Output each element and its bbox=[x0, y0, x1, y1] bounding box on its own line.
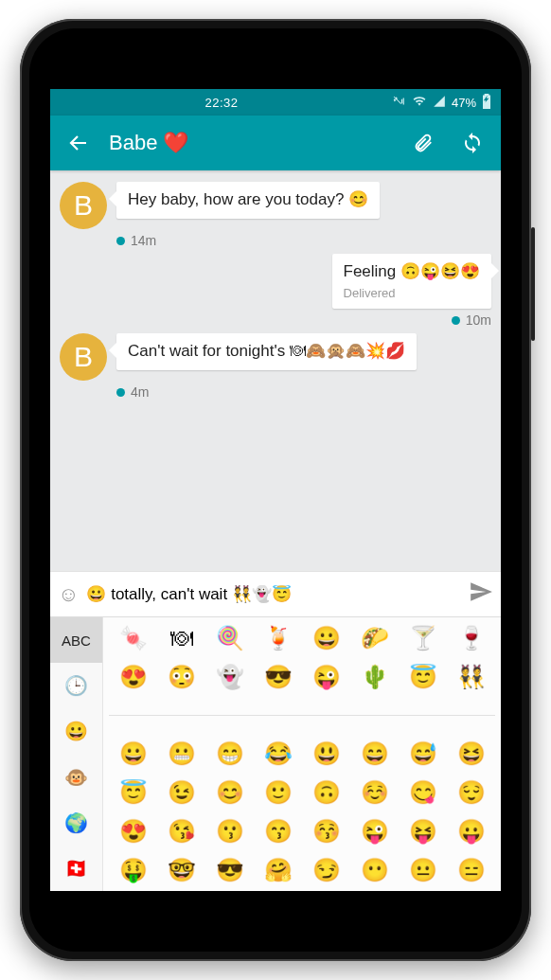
status-bar: 22:32 47% bbox=[50, 89, 501, 116]
emoji-key[interactable]: 😄 bbox=[350, 735, 399, 774]
emoji-key[interactable]: 😗 bbox=[205, 812, 254, 851]
keyboard-tab[interactable]: 😀 bbox=[50, 708, 103, 754]
screen: 22:32 47% bbox=[50, 89, 501, 891]
emoji-key[interactable]: 😝 bbox=[399, 812, 447, 851]
emoji-key[interactable]: 😳 bbox=[157, 658, 205, 697]
emoji-key[interactable]: 🍬 bbox=[109, 619, 157, 658]
status-dot-icon bbox=[116, 388, 125, 397]
emoji-key[interactable]: 😑 bbox=[447, 850, 495, 889]
emoji-key[interactable]: 👻 bbox=[205, 658, 254, 697]
avatar[interactable]: B bbox=[60, 333, 107, 381]
keyboard-tab[interactable]: ABC bbox=[50, 617, 103, 663]
keyboard-tab-label: ABC bbox=[62, 633, 91, 649]
emoji-key[interactable]: 😀 bbox=[302, 619, 350, 658]
message-age: 4m bbox=[131, 384, 149, 400]
battery-percent: 47% bbox=[452, 96, 476, 110]
compose-bar: ☺ bbox=[50, 571, 501, 616]
emoji-key[interactable]: 👯 bbox=[447, 658, 495, 697]
message-meta: 14m bbox=[116, 233, 491, 248]
message-text: Hey baby, how are you today? 😊 bbox=[128, 189, 368, 211]
emoji-key[interactable]: 😏 bbox=[302, 850, 350, 889]
emoji-key[interactable]: 🍽 bbox=[157, 619, 205, 658]
emoji-key[interactable]: 😚 bbox=[302, 812, 350, 851]
vibrate-icon bbox=[391, 95, 406, 111]
emoji-section-divider bbox=[109, 715, 495, 716]
emoji-key[interactable]: 😘 bbox=[157, 812, 205, 851]
emoji-key[interactable]: 🙂 bbox=[254, 774, 302, 812]
status-time: 22:32 bbox=[204, 96, 238, 110]
message-bubble[interactable]: Hey baby, how are you today? 😊 bbox=[116, 182, 380, 219]
emoji-key[interactable]: ☺️ bbox=[350, 774, 399, 812]
emoji-key[interactable]: 😉 bbox=[157, 774, 205, 812]
emoji-key[interactable]: 😍 bbox=[109, 658, 157, 697]
emoji-key[interactable]: 🍸 bbox=[399, 619, 447, 658]
compose-input[interactable] bbox=[86, 585, 461, 604]
keyboard-tab[interactable]: 🐵 bbox=[50, 755, 103, 800]
emoji-key[interactable]: 😙 bbox=[254, 812, 302, 851]
message-text: Can't wait for tonight's 🍽🙈🙊🙈💥💋 bbox=[128, 341, 405, 363]
emoji-key[interactable]: 🤑 bbox=[109, 850, 157, 889]
keyboard-category-tabs: ABC🕒😀🐵🌍🇨🇭 bbox=[50, 617, 103, 891]
emoji-key[interactable]: 😌 bbox=[447, 774, 495, 812]
emoji-toggle-icon[interactable]: ☺ bbox=[58, 582, 79, 607]
emoji-key[interactable]: 🌵 bbox=[350, 658, 399, 697]
emoji-key[interactable]: 🙃 bbox=[302, 774, 350, 812]
emoji-key[interactable]: 😎 bbox=[254, 658, 302, 697]
chat-title[interactable]: Babe ❤️ bbox=[109, 131, 393, 155]
emoji-key[interactable]: 😆 bbox=[447, 735, 495, 774]
emoji-grid: 🍬🍽🍭🍹😀🌮🍸🍷😍😳👻😎😜🌵😇👯😀😬😁😂😃😄😅😆😇😉😊🙂🙃☺️😋😌😍😘😗😙😚😜😝… bbox=[103, 617, 501, 891]
emoji-key[interactable]: 😶 bbox=[350, 850, 399, 889]
status-indicators: 47% bbox=[391, 94, 491, 112]
emoji-key[interactable]: 🤓 bbox=[157, 850, 205, 889]
message-bubble[interactable]: Can't wait for tonight's 🍽🙈🙊🙈💥💋 bbox=[116, 333, 417, 370]
message-age: 14m bbox=[131, 233, 156, 248]
emoji-key[interactable]: 🌮 bbox=[350, 619, 399, 658]
emoji-key[interactable]: 😎 bbox=[205, 850, 254, 889]
emoji-keyboard: ABC🕒😀🐵🌍🇨🇭 🍬🍽🍭🍹😀🌮🍸🍷😍😳👻😎😜🌵😇👯😀😬😁😂😃😄😅😆😇😉😊🙂🙃☺… bbox=[50, 616, 501, 891]
emoji-key[interactable]: 🍭 bbox=[205, 619, 254, 658]
emoji-key[interactable]: 🍹 bbox=[254, 619, 302, 658]
emoji-key[interactable]: 🤗 bbox=[254, 850, 302, 889]
message-in[interactable]: BHey baby, how are you today? 😊 bbox=[60, 182, 491, 229]
emoji-key[interactable]: 😇 bbox=[109, 774, 157, 812]
send-button[interactable] bbox=[469, 579, 493, 609]
app-bar: Babe ❤️ bbox=[50, 116, 501, 170]
keyboard-tab[interactable]: 🌍 bbox=[50, 800, 103, 846]
emoji-key[interactable]: 😐 bbox=[399, 850, 447, 889]
message-text: Feeling 🙃😜😆😍 bbox=[344, 261, 480, 283]
emoji-key[interactable]: 😛 bbox=[447, 812, 495, 851]
attach-button[interactable] bbox=[404, 124, 442, 162]
emoji-key[interactable]: 😇 bbox=[399, 658, 447, 697]
emoji-key[interactable]: 😜 bbox=[350, 812, 399, 851]
message-in[interactable]: BCan't wait for tonight's 🍽🙈🙊🙈💥💋 bbox=[60, 333, 491, 381]
emoji-key[interactable]: 😃 bbox=[302, 735, 350, 774]
keyboard-tab[interactable]: 🕒 bbox=[50, 663, 103, 708]
emoji-key[interactable]: 😍 bbox=[109, 812, 157, 851]
emoji-key[interactable]: 😂 bbox=[254, 735, 302, 774]
message-bubble[interactable]: Feeling 🙃😜😆😍Delivered bbox=[332, 254, 491, 309]
message-out[interactable]: Feeling 🙃😜😆😍Delivered bbox=[60, 254, 491, 309]
battery-icon bbox=[482, 94, 491, 112]
avatar[interactable]: B bbox=[60, 182, 107, 229]
emoji-key[interactable]: 😅 bbox=[399, 735, 447, 774]
cell-signal-icon bbox=[433, 95, 446, 111]
emoji-key[interactable]: 😬 bbox=[157, 735, 205, 774]
chat-scroll[interactable]: BHey baby, how are you today? 😊14mFeelin… bbox=[50, 170, 501, 571]
message-meta: 10m bbox=[60, 312, 491, 328]
keyboard-tab[interactable]: 🇨🇭 bbox=[50, 846, 103, 891]
message-age: 10m bbox=[466, 312, 491, 328]
emoji-key[interactable]: 🍷 bbox=[447, 619, 495, 658]
status-dot-icon bbox=[452, 316, 460, 325]
emoji-key[interactable]: 😜 bbox=[302, 658, 350, 697]
emoji-key[interactable]: 😊 bbox=[205, 774, 254, 812]
emoji-key[interactable]: 😋 bbox=[399, 774, 447, 812]
wifi-icon bbox=[412, 95, 427, 111]
emoji-key[interactable]: 😀 bbox=[109, 735, 157, 774]
status-dot-icon bbox=[116, 237, 125, 245]
back-button[interactable] bbox=[60, 124, 98, 162]
sync-button[interactable] bbox=[453, 124, 491, 162]
phone-bezel: 22:32 47% bbox=[29, 28, 522, 952]
delivered-label: Delivered bbox=[344, 285, 480, 302]
phone-power-button bbox=[531, 227, 535, 341]
emoji-key[interactable]: 😁 bbox=[205, 735, 254, 774]
